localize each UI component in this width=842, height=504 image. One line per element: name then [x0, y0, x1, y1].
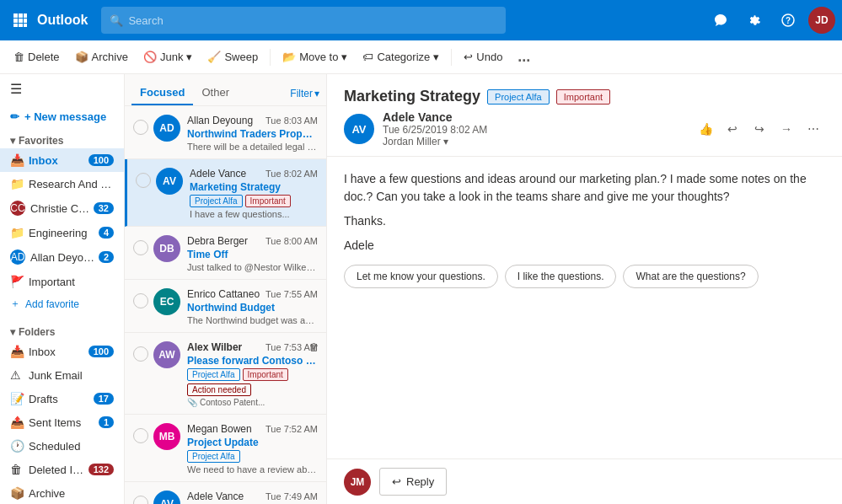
apps-grid-icon[interactable]: [7, 7, 34, 34]
suggestion-pill-1[interactable]: Let me know your questions.: [344, 265, 498, 288]
move-to-button[interactable]: 📂 Move to ▾: [276, 44, 354, 71]
sidebar-item-engineering[interactable]: 📁 Engineering 4: [0, 221, 124, 244]
sidebar-item-junk[interactable]: ⚠ Junk Email: [0, 363, 124, 387]
email-time: Tue 7:52 AM: [265, 424, 318, 434]
reply-inline-button[interactable]: ↩ Reply: [379, 468, 447, 496]
detail-title-row: Marketing Strategy Project Alfa Importan…: [344, 88, 825, 105]
tag-important: Important: [243, 368, 288, 381]
tag-project-alfa: Project Alfa: [187, 368, 240, 381]
detail-body: I have a few questions and ideas around …: [327, 157, 842, 458]
sidebar-item-important[interactable]: 🚩 Important: [0, 270, 124, 293]
email-preview: I have a few questions...: [190, 209, 318, 219]
avatar: AD: [153, 115, 180, 142]
email-time: Tue 8:03 AM: [265, 115, 318, 126]
email-item[interactable]: EC Enrico Cattaneo Tue 7:55 AM Northwind…: [125, 280, 326, 333]
add-favorite-button[interactable]: ＋ Add favorite: [0, 293, 124, 314]
email-item[interactable]: AW Alex Wilber Tue 7:53 AM Please forwar…: [125, 333, 326, 415]
email-checkbox[interactable]: [133, 293, 148, 308]
search-bar[interactable]: 🔍: [101, 7, 506, 34]
sidebar-item-allan[interactable]: AD Allan Deyoung 2: [0, 244, 124, 270]
sidebar-item-christie[interactable]: CC Christie Cline 32: [0, 196, 124, 221]
body-text: I have a few questions and ideas around …: [344, 170, 825, 206]
email-subject: Northwind Budget: [187, 302, 318, 314]
person-icon-allan: AD: [10, 249, 25, 265]
more-actions-button[interactable]: ...: [511, 44, 537, 71]
focused-label: Focused: [140, 86, 185, 99]
new-message-icon: ✏: [10, 110, 19, 123]
email-checkbox[interactable]: [133, 240, 148, 255]
sidebar-item-research[interactable]: 📁 Research And Deve...: [0, 172, 124, 196]
detail-tag-important[interactable]: Important: [556, 89, 610, 105]
svg-rect-0: [13, 13, 18, 18]
filter-button[interactable]: Filter ▾: [290, 88, 319, 99]
svg-rect-2: [24, 13, 27, 18]
sidebar-item-sent[interactable]: 📤 Sent Items 1: [0, 410, 124, 434]
reply-button[interactable]: ↩: [721, 117, 744, 141]
delete-icon-overlay[interactable]: 🗑: [309, 341, 319, 353]
email-time: Tue 7:49 AM: [265, 491, 318, 501]
archive-button[interactable]: 📦 Archive: [68, 44, 135, 71]
toolbar-separator-2: [451, 49, 452, 66]
sweep-icon: 🧹: [207, 51, 221, 63]
undo-button[interactable]: ↩ Undo: [457, 44, 509, 71]
sidebar-item-inbox-folder[interactable]: 📥 Inbox 100: [0, 340, 124, 363]
search-icon: 🔍: [110, 14, 123, 27]
junk-button[interactable]: 🚫 Junk ▾: [137, 44, 199, 71]
forward-button[interactable]: →: [775, 117, 798, 141]
help-icon-btn[interactable]: ?: [775, 7, 802, 34]
favorites-section-header[interactable]: ▾ Favorites: [0, 130, 124, 148]
sidebar-item-archive[interactable]: 📦 Archive: [0, 481, 124, 504]
categorize-button[interactable]: 🏷 Categorize ▾: [356, 44, 446, 71]
delete-button[interactable]: 🗑 Delete: [7, 44, 67, 71]
email-checkbox[interactable]: [133, 346, 148, 362]
reply-all-button[interactable]: ↪: [748, 117, 771, 141]
avatar: MB: [153, 423, 180, 450]
svg-rect-8: [24, 24, 27, 27]
email-tags: Project Alfa Important: [190, 195, 318, 207]
sweep-button[interactable]: 🧹 Sweep: [201, 44, 265, 71]
tab-focused[interactable]: Focused: [131, 81, 193, 105]
email-subject: Time Off: [187, 249, 318, 260]
sidebar-item-inbox-favorite[interactable]: 📥 Inbox 100: [0, 148, 124, 172]
sidebar-item-drafts[interactable]: 📝 Drafts 17: [0, 387, 124, 410]
suggestion-pill-3[interactable]: What are the questions?: [623, 265, 758, 288]
hamburger-button[interactable]: ☰: [0, 74, 124, 104]
tag-project-alfa: Project Alfa: [187, 450, 240, 463]
like-button[interactable]: 👍: [694, 117, 717, 141]
email-checkbox[interactable]: [133, 120, 148, 135]
detail-sender-avatar: AV: [344, 114, 374, 144]
folders-section-header[interactable]: ▾ Folders: [0, 321, 124, 340]
sender-name: Debra Berger: [187, 235, 248, 247]
chat-icon-btn[interactable]: [707, 7, 734, 34]
archive-icon: 📦: [75, 51, 88, 63]
email-item[interactable]: AD Allan Deyoung Tue 8:03 AM Northwind T…: [125, 106, 326, 159]
user-avatar[interactable]: JD: [808, 7, 835, 34]
categorize-chevron: ▾: [433, 51, 439, 63]
detail-header: Marketing Strategy Project Alfa Importan…: [327, 74, 842, 157]
email-checkbox[interactable]: [136, 173, 151, 188]
email-item[interactable]: MB Megan Bowen Tue 7:52 AM Project Updat…: [125, 415, 326, 482]
settings-icon-btn[interactable]: [741, 7, 768, 34]
email-checkbox[interactable]: [133, 428, 148, 443]
email-checkbox[interactable]: [133, 496, 148, 504]
new-message-button[interactable]: ✏ + New message: [0, 104, 124, 130]
attachment-icon: 📎: [187, 398, 197, 407]
sidebar-item-scheduled[interactable]: 🕐 Scheduled: [0, 434, 124, 458]
avatar: DB: [153, 235, 180, 262]
more-actions-detail-button[interactable]: ⋯: [802, 117, 825, 141]
email-item[interactable]: AV Adele Vance Tue 8:02 AM Marketing Str…: [125, 159, 326, 227]
detail-actions: 👍 ↩ ↪ → ⋯: [694, 117, 825, 141]
email-item[interactable]: AV Adele Vance Tue 7:49 AM Expense Repor…: [125, 482, 326, 504]
sidebar-item-deleted[interactable]: 🗑 Deleted Items 132: [0, 458, 124, 481]
tab-other[interactable]: Other: [193, 81, 238, 105]
suggestion-pill-2[interactable]: I like the questions.: [505, 265, 617, 288]
folder-icon-eng: 📁: [10, 226, 24, 239]
search-input[interactable]: [128, 14, 497, 27]
sender-name: Alex Wilber: [187, 341, 242, 353]
detail-tag-project-alfa[interactable]: Project Alfa: [487, 89, 550, 105]
email-item[interactable]: DB Debra Berger Tue 8:00 AM Time Off Jus…: [125, 227, 326, 280]
svg-rect-1: [19, 13, 23, 18]
person-icon: CC: [10, 201, 25, 216]
email-detail: Marketing Strategy Project Alfa Importan…: [327, 74, 842, 504]
junk-icon: 🚫: [143, 51, 157, 63]
